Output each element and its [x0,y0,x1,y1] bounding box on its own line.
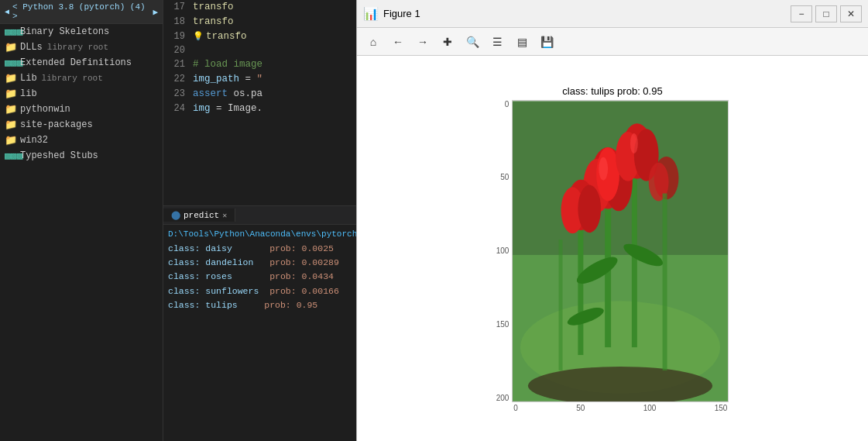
figure-window: 📊 Figure 1 − □ ✕ ⌂ ← → ✚ 🔍 ☰ ▤ 💾 class: … [356,0,868,441]
sidebar-item-label: site-packages [20,119,93,130]
sidebar-item-extended-definitions[interactable]: ▩▩▩ Extended Definitions [0,55,163,71]
svg-point-23 [630,133,638,153]
terminal-result-2: class: roses prob: 0.0434 [168,270,352,284]
figure-titlebar: 📊 Figure 1 − □ ✕ [357,0,868,28]
terminal-path: D:\Tools\Python\Anaconda\envs\pytorch\py… [168,228,352,242]
sidebar-item-label: Binary Skeletons [20,26,109,37]
terminal-tab-predict[interactable]: ⬤ predict ✕ [163,208,235,222]
python-icon: ⬤ [171,210,180,220]
sidebar-item-lib-lower[interactable]: 📁 lib [0,86,163,102]
code-line-20: 20 [163,43,356,57]
y-axis: 0 50 100 150 200 [496,100,513,402]
sidebar-item-binary-skeletons[interactable]: ▩▩▩ Binary Skeletons [0,24,163,40]
sidebar-item-sub: library root [47,43,108,52]
svg-rect-6 [578,216,584,355]
terminal-panel: ⬤ predict ✕ D:\Tools\Python\Anaconda\env… [163,205,356,441]
zoom-button[interactable]: 🔍 [461,31,484,53]
sidebar-items: ▩▩▩ Binary Skeletons 📁 DLLs library root… [0,24,163,441]
code-line-19: 19 💡 transfo [163,29,356,44]
y-label-50: 50 [500,173,509,181]
svg-rect-25 [559,239,563,370]
sidebar-item-label: Lib [20,73,37,84]
sidebar-item-lib[interactable]: 📁 Lib library root [0,71,163,86]
maximize-button[interactable]: □ [815,5,837,22]
sidebar-item-label: lib [20,88,37,99]
bars-icon: ▩▩▩ [5,26,17,38]
plot-area: class: tulips prob: 0.95 0 50 100 150 20… [496,85,729,412]
sidebar-header-label: < Python 3.8 (pytorch) (4) > [12,2,149,21]
forward-button[interactable]: → [411,31,434,53]
plot-title: class: tulips prob: 0.95 [562,85,662,97]
x-label-50: 50 [576,404,585,412]
svg-point-22 [599,157,609,180]
sidebar-item-label: pythonwin [20,104,70,115]
chevron-right-icon: ▶ [153,7,158,17]
y-label-0: 0 [505,100,509,109]
sidebar-item-site-packages[interactable]: 📁 site-packages [0,117,163,133]
y-label-200: 200 [496,394,509,402]
plot-main: 0 50 100 150 200 [496,100,729,412]
bars-icon: ▩▩▩ [5,150,17,162]
y-label-150: 150 [496,320,509,329]
sidebar-header: ◀ < Python 3.8 (pytorch) (4) > ▶ [0,0,163,24]
svg-point-19 [578,184,602,233]
sidebar-item-typeshed-stubs[interactable]: ▩▩▩ Typeshed Stubs [0,148,163,164]
sidebar-item-label: win32 [20,135,48,146]
minimize-button[interactable]: − [791,5,812,22]
back-button[interactable]: ← [386,31,410,53]
terminal-result-3: class: sunflowers prob: 0.00166 [168,284,352,298]
tulip-svg [513,101,728,401]
x-label-0: 0 [513,404,518,412]
figure-content: class: tulips prob: 0.95 0 50 100 150 20… [357,56,868,441]
pan-button[interactable]: ✚ [436,31,459,53]
plot-image-container: 0 50 100 150 [512,100,729,412]
sidebar-item-dlls[interactable]: 📁 DLLs library root [0,40,163,55]
configure-button[interactable]: ☰ [485,31,509,53]
y-label-100: 100 [496,246,509,255]
sidebar-item-label: Typeshed Stubs [20,150,98,161]
folder-icon: 📁 [5,103,17,115]
code-line-21: 21 # load image [163,57,356,72]
x-label-100: 100 [643,404,657,412]
sidebar: ◀ < Python 3.8 (pytorch) (4) > ▶ ▩▩▩ Bin… [0,0,163,441]
lightbulb-icon: 💡 [193,30,204,43]
code-line-22: 22 img_path = " [163,72,356,87]
terminal-result-1: class: dandelion prob: 0.00289 [168,256,352,270]
close-tab-icon[interactable]: ✕ [222,211,227,220]
terminal-tab-bar: ⬤ predict ✕ [163,206,356,225]
folder-icon: 📁 [5,134,17,146]
figure-title-icon: 📊 [363,6,379,22]
terminal-result-4: class: tulips prob: 0.95 [168,298,352,312]
figure-toolbar: ⌂ ← → ✚ 🔍 ☰ ▤ 💾 [357,28,868,56]
sidebar-item-pythonwin[interactable]: 📁 pythonwin [0,102,163,117]
sidebar-item-label: DLLs [20,42,43,53]
code-line-18: 18 transfo [163,15,356,29]
close-button[interactable]: ✕ [840,5,862,22]
svg-rect-24 [663,193,667,370]
sidebar-item-sub: library root [42,74,103,83]
folder-icon: 📁 [5,41,17,53]
code-line-24: 24 img = Image. [163,102,356,116]
terminal-body: D:\Tools\Python\Anaconda\envs\pytorch\py… [163,225,356,441]
folder-icon: 📁 [5,88,17,100]
folder-icon: 📁 [5,119,17,131]
chevron-left-icon: ◀ [5,7,9,16]
save-button[interactable]: 💾 [535,31,558,53]
lines-button[interactable]: ▤ [510,31,533,53]
x-label-150: 150 [715,404,728,412]
folder-icon: 📁 [5,72,17,84]
home-button[interactable]: ⌂ [362,31,385,53]
figure-title: Figure 1 [383,8,786,19]
terminal-result-0: class: daisy prob: 0.0025 [168,242,352,256]
sidebar-item-win32[interactable]: 📁 win32 [0,133,163,148]
code-line-23: 23 assert os.pa [163,87,356,102]
terminal-tab-label: predict [184,211,219,220]
x-axis: 0 50 100 150 [512,404,729,412]
code-line-17: 17 transfo [163,0,356,15]
figure-window-buttons: − □ ✕ [791,5,862,22]
bars-icon: ▩▩▩ [5,57,17,69]
plot-image [512,100,729,402]
sidebar-item-label: Extended Definitions [20,57,132,68]
